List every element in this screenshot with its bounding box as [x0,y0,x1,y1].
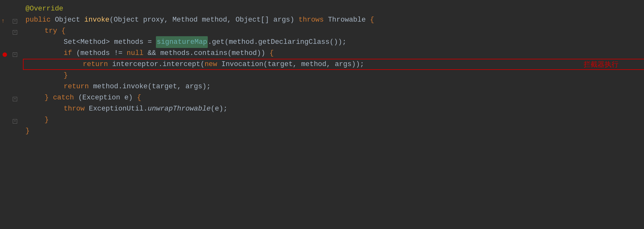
kw-return-intercept: return [83,59,112,70]
method-name-invoke: invoke [84,14,109,25]
comma2: , [227,14,235,25]
set-type: Set<Method> [64,37,114,48]
comma1: , [164,14,172,25]
interceptor-call: interceptor.intercept( [112,59,204,70]
type-method: Method [172,14,202,25]
brace-try-open: { [61,25,66,37]
brace-method-close: } [25,125,30,137]
kw-return-method: return [64,81,93,92]
kw-null: null [127,48,144,59]
fold-icon-9[interactable]: ▾ [13,97,17,101]
exception-util-paren: (e); [211,103,228,114]
paren-if-open: (methods != [76,48,127,59]
code-line-10: throw ExceptionUtil.unwrapThrowable(e); [25,103,631,114]
brace-try-close: } [45,92,53,103]
current-line-arrow: ↑ [1,17,5,26]
gutter-row-1 [0,4,19,16]
kw-if: if [64,48,76,59]
code-line-12: } [25,125,631,137]
code-line-1: @Override [25,3,631,14]
brace-open-method: { [370,14,374,25]
gutter: ↑ ▾ ▾ ▾ ▾ ▾ [0,3,19,226]
type-object1: Object [114,14,143,25]
exception-util-call: ExceptionUtil. [89,103,148,114]
var-methods: methods = [114,37,156,48]
fold-icon-2[interactable]: ▾ [13,19,17,24]
param-args: args [273,14,290,25]
param-method: method [202,14,227,25]
code-line-2: public Object invoke(Object proxy, Metho… [25,14,631,25]
code-line-4: Set<Method> methods = signatureMap.get(m… [25,37,631,48]
code-area: @Override public Object invoke(Object pr… [19,3,644,226]
signature-map-highlight: signatureMap [156,36,207,48]
code-line-6: return interceptor.intercept(new Invocat… [25,59,631,70]
code-line-5: if (methods != null && methods.contains(… [25,48,631,59]
editor-container: ↑ ▾ ▾ ▾ ▾ ▾ @O [0,0,644,229]
exception-type: Exception [82,92,124,103]
unwrap-method: unwrapThrowable [148,103,211,114]
paren-close: ) [290,14,298,25]
type-object2: Object[] [235,14,273,25]
annotation-chinese: 拦截器执行 [584,59,619,70]
code-line-7: } [25,70,631,81]
return-type: Object [55,14,84,25]
method-invoke-call: method.invoke(target, args); [93,81,211,92]
throwable-type: Throwable [328,14,370,25]
invocation-class: Invocation(target, method, args)); [221,59,364,70]
breakpoint-dot-5[interactable] [3,52,7,57]
code-line-8: return method.invoke(target, args); [25,81,631,92]
brace-catch-open: { [137,92,141,103]
kw-catch: catch [53,92,78,103]
gutter-row-8 [0,82,19,93]
gutter-row-2: ↑ ▾ [0,16,19,27]
gutter-row-10 [0,104,19,116]
brace-if-open: { [270,48,274,59]
gutter-row-9: ▾ [0,93,19,104]
gutter-row-7 [0,71,19,82]
gutter-row-3: ▾ [0,27,19,38]
get-call: .get(method.getDeclaringClass()); [208,37,346,48]
kw-public: public [25,14,55,25]
gutter-row-6 [0,60,19,71]
param-proxy: proxy [143,14,164,25]
gutter-row-11: ▾ [0,116,19,127]
annotation-override: @Override [25,3,63,14]
paren-open: ( [109,14,114,25]
exception-var: e) [124,92,137,103]
fold-icon-5[interactable]: ▾ [13,52,17,57]
gutter-row-5: ▾ [0,49,19,60]
brace-catch-close: } [45,114,49,125]
kw-throw: throw [64,103,89,114]
and-operator: && methods.contains(method)) [144,48,270,59]
code-line-9: } catch (Exception e) { [25,92,631,103]
fold-icon-11[interactable]: ▾ [13,119,17,124]
kw-try: try [45,25,61,37]
kw-throws: throws [298,14,328,25]
code-line-11: } [25,114,631,125]
kw-new: new [205,59,221,70]
gutter-row-12 [0,127,19,138]
code-line-3: try { [25,25,631,37]
fold-icon-3[interactable]: ▾ [13,30,17,35]
catch-paren: ( [78,92,82,103]
brace-if-close: } [64,70,68,81]
gutter-row-4 [0,38,19,49]
